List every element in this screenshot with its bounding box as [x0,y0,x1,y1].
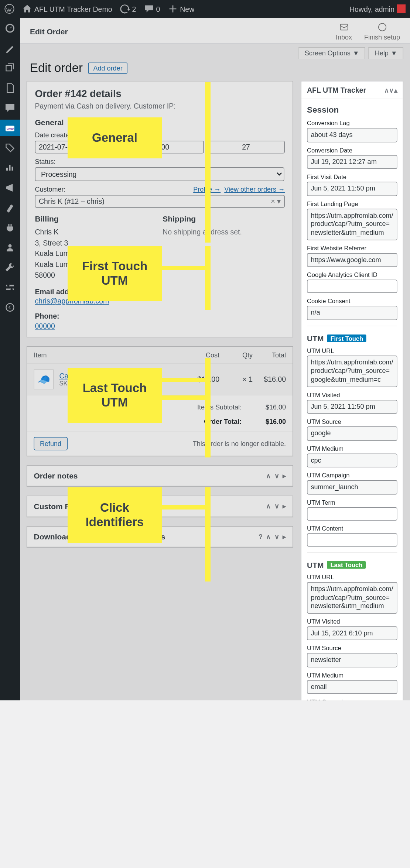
phone-label: Phone: [35,312,59,320]
svg-rect-10 [340,24,348,30]
first-referrer-value: https://www.google.com [307,253,397,267]
utm-tracker-box: AFL UTM Tracker∧∨▴ Session Conversion La… [301,81,404,700]
lt-utm-source-value: newsletter [307,653,397,667]
status-label: Status: [35,158,285,166]
item-qty: × 1 [219,375,253,384]
no-shipping: No shipping address set. [163,227,285,237]
lt-utm-source-label: UTM Source [307,645,397,651]
page-header: Edit Order Inbox Finish setup [20,18,410,44]
profile-link[interactable]: Profile → [193,186,221,193]
updates[interactable]: 2 [120,4,136,14]
order-items-box: Item Cost Qty Total 🧢 Cap SKU: woo-cap $… [27,346,293,456]
clear-icon[interactable]: × [271,197,275,206]
cookie-consent-label: Cookie Consent [307,298,397,304]
hour-input[interactable] [126,141,204,154]
shipping-heading: Shipping [163,215,285,223]
order-notes-box: Order notes∧∨▸ [27,465,293,487]
first-touch-badge: First Touch [327,334,366,342]
menu-media-icon[interactable] [0,60,20,76]
finish-setup-button[interactable]: Finish setup [364,22,400,41]
chevron-up-icon[interactable]: ∧ [384,86,389,94]
menu-pages-icon[interactable] [0,80,20,96]
email-label: Email address: [35,287,86,296]
admin-bar: AFL UTM Tracker Demo 2 0 New Howdy, admi… [0,0,410,18]
menu-marketing-icon[interactable] [0,179,20,196]
ft-utm-content-label: UTM Content [307,525,397,532]
page-title: Edit order [30,61,83,75]
help-tab[interactable]: Help ▼ [369,47,403,59]
menu-analytics-icon[interactable] [0,159,20,176]
items-subtotal-label: Items Subtotal: [175,403,253,411]
menu-plugins-icon[interactable] [0,219,20,236]
menu-appearance-icon[interactable] [0,199,20,216]
first-visit-value: Jun 5, 2021 11:50 pm [307,182,397,196]
comments[interactable]: 0 [144,4,160,14]
billing-email[interactable]: chris@appfromlab.com [35,297,109,305]
wp-logo-icon[interactable] [4,4,14,14]
inbox-button[interactable]: Inbox [336,22,352,41]
menu-woo-icon[interactable]: woo [0,120,20,136]
avatar [397,4,406,13]
chevron-down-icon[interactable]: ∨ [274,502,280,510]
add-order-button[interactable]: Add order [88,63,127,74]
ft-utm-term-value [307,507,397,521]
svg-point-7 [7,284,10,287]
toggle-icon[interactable]: ▸ [283,502,286,510]
billing-phone[interactable]: 00000 [35,322,55,330]
toggle-icon[interactable]: ▸ [283,471,286,479]
screen-options-tab[interactable]: Screen Options ▼ [298,47,365,59]
menu-posts-icon[interactable] [0,40,20,56]
ft-utm-source-value: google [307,426,397,440]
lt-utm-url-value: https://utm.appfromlab.com/product/cap/?… [307,582,397,613]
svg-point-11 [378,23,386,31]
toggle-icon[interactable]: ▸ [283,532,286,540]
menu-users-icon[interactable] [0,239,20,256]
ft-utm-source-label: UTM Source [307,418,397,425]
view-orders-link[interactable]: View other orders → [224,186,285,193]
conversion-lag-label: Conversion Lag [307,120,397,126]
new-content[interactable]: New [168,4,194,14]
conversion-date-label: Conversion Date [307,147,397,153]
item-name-link[interactable]: Cap [59,372,73,380]
chevron-down-icon: ▼ [353,49,359,57]
item-total: $16.00 [253,375,286,384]
chevron-down-icon[interactable]: ∨ [274,471,280,479]
minute-input[interactable] [207,141,285,154]
help-icon[interactable]: ? [259,532,263,540]
howdy[interactable]: Howdy, admin [349,4,406,13]
menu-products-icon[interactable] [0,140,20,156]
date-created-input[interactable] [35,141,113,154]
menu-settings-icon[interactable] [0,279,20,296]
session-heading: Session [307,105,397,114]
ga-cid-value [307,280,397,293]
order-heading: Order #142 details [35,88,285,100]
chevron-up-icon[interactable]: ∧ [266,532,271,540]
chevron-down-icon[interactable]: ∨ [389,86,394,94]
menu-tools-icon[interactable] [0,259,20,276]
menu-collapse-icon[interactable] [0,299,20,316]
ft-utm-visited-label: UTM Visited [307,391,397,398]
date-created-label: Date created: [35,131,285,139]
lt-utm-visited-value: Jul 15, 2021 6:10 pm [307,626,397,640]
refund-button[interactable]: Refund [34,437,68,450]
chevron-down-icon[interactable]: ∨ [274,532,280,540]
chevron-up-icon[interactable]: ∧ [266,502,271,510]
lt-utm-url-label: UTM URL [307,574,397,580]
first-referrer-label: First Website Referrer [307,244,397,251]
ft-utm-url-value: https://utm.appfromlab.com/product/cap/?… [307,356,397,387]
billing-state: Kuala Lumpur [35,259,157,270]
chevron-up-icon[interactable]: ∧ [266,471,271,479]
menu-comments-icon[interactable] [0,100,20,116]
toggle-icon[interactable]: ▴ [394,86,397,94]
site-name[interactable]: AFL UTM Tracker Demo [22,4,112,14]
menu-dashboard-icon[interactable] [0,20,20,37]
lt-utm-medium-label: UTM Medium [307,672,397,678]
status-select[interactable]: Processing [35,167,284,181]
at-symbol: @ [116,143,123,151]
lt-utm-medium-value: email [307,680,397,694]
col-item: Item [34,351,187,358]
conversion-date-value: Jul 19, 2021 12:27 am [307,155,397,169]
customer-select[interactable]: Chris K (#12 – chris) × ▾ [35,195,285,208]
billing-zip: 58000 [35,270,157,281]
item-sku: SKU: woo-cap [59,380,187,387]
